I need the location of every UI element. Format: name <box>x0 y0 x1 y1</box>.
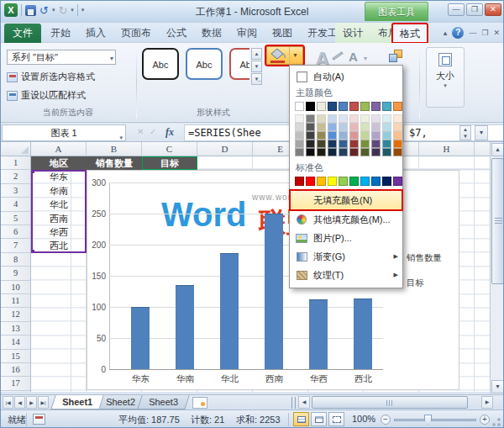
size-group-button[interactable]: 大小 ▾ <box>426 47 465 108</box>
color-swatch[interactable] <box>371 148 381 156</box>
color-swatch[interactable] <box>393 114 402 123</box>
row-header-12[interactable]: 12 <box>1 308 30 321</box>
horizontal-scrollbar[interactable]: ◀ ▶ <box>298 396 493 410</box>
help-icon[interactable]: ? <box>452 27 464 39</box>
row-header-3[interactable]: 3 <box>1 184 30 198</box>
color-swatch[interactable] <box>371 177 381 186</box>
color-swatch[interactable] <box>382 140 391 148</box>
color-swatch[interactable] <box>295 131 304 140</box>
zoom-out-icon[interactable]: − <box>381 415 391 425</box>
prev-sheet-icon[interactable]: ◀ <box>14 396 25 409</box>
shape-style-2[interactable]: Abc <box>186 48 223 80</box>
tab-file[interactable]: 文件 <box>4 24 41 43</box>
tab-开始[interactable]: 开始 <box>43 24 78 43</box>
color-swatch[interactable] <box>349 123 359 131</box>
color-swatch[interactable] <box>349 102 359 111</box>
tab-视图[interactable]: 视图 <box>265 24 300 43</box>
zoom-level[interactable]: 100% <box>352 414 375 424</box>
scroll-left-icon[interactable]: ◀ <box>298 396 310 409</box>
page-layout-view-icon[interactable] <box>311 412 327 426</box>
color-swatch[interactable] <box>317 131 326 140</box>
row-header-6[interactable]: 6 <box>1 225 30 239</box>
column-header-A[interactable]: A <box>31 142 87 156</box>
color-swatch[interactable] <box>349 131 359 140</box>
formula-input-continued[interactable]: $7, <box>403 124 504 141</box>
tab-公式[interactable]: 公式 <box>159 24 194 43</box>
row-header-9[interactable]: 9 <box>1 267 30 280</box>
color-swatch[interactable] <box>393 148 402 156</box>
row-header-1[interactable]: 1 <box>1 156 30 170</box>
column-header-C[interactable]: C <box>142 142 197 156</box>
color-swatch[interactable] <box>393 123 402 131</box>
color-swatch[interactable] <box>382 177 391 186</box>
zoom-track[interactable] <box>394 419 476 421</box>
first-sheet-icon[interactable]: |◀ <box>3 396 13 409</box>
color-swatch[interactable] <box>360 123 370 131</box>
color-swatch[interactable] <box>295 177 304 186</box>
color-swatch[interactable] <box>349 140 359 148</box>
tab-审阅[interactable]: 审阅 <box>229 24 265 43</box>
color-swatch[interactable] <box>371 140 381 148</box>
color-swatch[interactable] <box>306 123 315 131</box>
menu-item-gradient[interactable]: 渐变(G)▶ <box>290 247 402 266</box>
zoom-in-icon[interactable]: + <box>480 415 490 425</box>
cell-b1[interactable]: 销售数量 <box>87 156 142 170</box>
shape-style-1[interactable]: Abc <box>142 48 179 80</box>
color-swatch[interactable] <box>349 148 359 156</box>
macro-record-icon[interactable] <box>33 414 45 425</box>
color-swatch[interactable] <box>360 114 370 123</box>
color-swatch[interactable] <box>339 148 348 156</box>
column-header-H[interactable]: H <box>419 142 475 156</box>
row-header-11[interactable]: 11 <box>1 294 30 308</box>
color-swatch[interactable] <box>339 131 348 140</box>
color-swatch[interactable] <box>382 131 391 140</box>
color-swatch[interactable] <box>295 114 304 123</box>
row-header-7[interactable]: 7 <box>1 239 30 252</box>
color-swatch[interactable] <box>317 148 326 156</box>
collapse-ribbon-icon[interactable]: ▴ <box>444 29 448 37</box>
bar-华北[interactable] <box>220 253 239 369</box>
color-swatch[interactable] <box>339 114 348 123</box>
color-swatch[interactable] <box>360 140 370 148</box>
menu-item-no-fill[interactable]: 无填充颜色(N) <box>290 190 402 210</box>
row-header-17[interactable]: 17 <box>1 377 30 390</box>
color-swatch[interactable] <box>349 114 359 123</box>
color-swatch[interactable] <box>349 177 359 186</box>
range-handle[interactable] <box>31 170 34 173</box>
row-header-4[interactable]: 4 <box>1 198 30 211</box>
color-swatch[interactable] <box>295 102 304 111</box>
color-swatch[interactable] <box>328 102 337 111</box>
color-swatch[interactable] <box>382 123 391 131</box>
doc-close-icon[interactable]: ✕ <box>493 29 500 37</box>
wordart-dropdown-icon[interactable]: ▾ <box>364 55 367 62</box>
arrange-icon[interactable] <box>389 50 404 63</box>
menu-item-more-fill-colors[interactable]: 其他填充颜色(M)... <box>290 210 402 229</box>
maximize-button[interactable]: ❐ <box>466 3 483 16</box>
enter-icon[interactable]: ✓ <box>150 127 156 136</box>
color-swatch[interactable] <box>328 123 337 131</box>
gallery-up-icon[interactable]: ▲ <box>251 48 262 60</box>
gallery-down-icon[interactable]: ▼ <box>251 61 262 72</box>
minimize-button[interactable]: — <box>448 3 465 16</box>
color-swatch[interactable] <box>328 114 337 123</box>
scroll-down-icon[interactable]: ▼ <box>491 380 504 394</box>
next-sheet-icon[interactable]: ▶ <box>26 396 37 409</box>
row-header-10[interactable]: 10 <box>1 281 30 294</box>
column-header-D[interactable]: D <box>197 142 253 156</box>
color-swatch[interactable] <box>306 177 315 186</box>
color-swatch[interactable] <box>339 123 348 131</box>
chart[interactable]: www.wordlm.com Word 联盟 05010015020025030… <box>87 170 459 390</box>
normal-view-icon[interactable] <box>293 412 309 426</box>
color-swatch[interactable] <box>306 131 315 140</box>
bar-华南[interactable] <box>176 285 194 369</box>
color-swatch[interactable] <box>328 148 337 156</box>
color-swatch[interactable] <box>360 148 370 156</box>
color-swatch[interactable] <box>317 102 326 111</box>
color-swatch[interactable] <box>339 177 348 186</box>
bar-西南[interactable] <box>265 214 283 369</box>
row-header-13[interactable]: 13 <box>1 322 30 336</box>
shape-style-3[interactable]: Abc <box>229 48 249 80</box>
color-swatch[interactable] <box>295 140 304 148</box>
color-swatch[interactable] <box>382 148 391 156</box>
row-header-15[interactable]: 15 <box>1 350 30 363</box>
